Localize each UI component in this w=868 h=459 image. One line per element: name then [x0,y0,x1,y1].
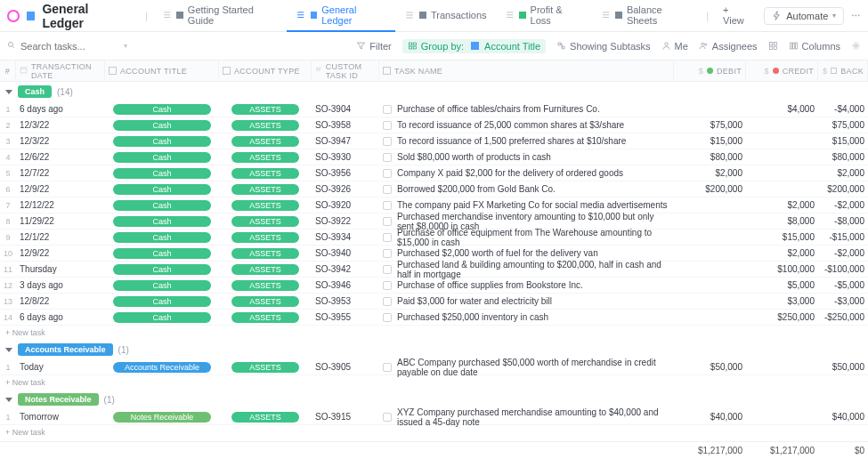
cell-credit: $2,000 [746,197,818,213]
table-row[interactable]: 13 12/8/22 Cash ASSETS SO-3953 Paid $3,0… [0,294,868,310]
table-row[interactable]: 1 6 days ago Cash ASSETS SO-3904 Purchas… [0,101,868,117]
add-view-button[interactable]: + View [714,0,760,32]
cell-back: $75,000 [818,117,868,133]
field-icon [109,67,117,75]
new-task-button[interactable]: + New task [0,326,868,340]
svg-point-18 [8,42,12,46]
cell-task-name: The company paid FX Marketing Co for soc… [379,197,674,213]
app-logo-icon[interactable] [7,10,20,22]
col-credit[interactable]: $CREDIT [746,60,818,81]
cell-debit: $75,000 [674,117,746,133]
group-by-button[interactable]: Group by: Account Title [402,39,546,53]
table-row[interactable]: 14 6 days ago Cash ASSETS SO-3955 Purcha… [0,310,868,326]
new-task-button[interactable]: + New task [0,375,868,390]
col-custom-task-id[interactable]: CUSTOM TASK ID [312,60,379,81]
chevron-down-icon[interactable]: ▾ [124,42,127,50]
cell-debit [674,278,746,293]
grid-icon[interactable] [768,41,778,51]
tab-balance-sheets[interactable]: Balance Sheets [592,0,701,32]
cell-custom-id: SO-3904 [312,101,379,117]
cell-debit [674,262,746,277]
chevron-down-icon: ▾ [832,12,836,20]
more-icon[interactable] [851,11,861,20]
cell-account-title: Cash [105,213,219,229]
col-num[interactable]: # [0,60,16,81]
cell-debit: $50,000 [674,359,746,374]
cell-back: -$3,000 [818,294,868,309]
row-number: 4 [0,149,16,165]
table-row[interactable]: 4 12/6/22 Cash ASSETS SO-3930 Sold $80,0… [0,149,868,165]
col-debit[interactable]: $DEBIT [674,60,746,81]
group-color-icon [471,42,479,50]
cell-credit: $15,000 [746,230,818,245]
cell-account-title: Cash [105,149,219,165]
cell-debit [674,230,746,245]
view-tabs: Getting Started GuideGeneral LedgerTrans… [153,0,701,32]
field-icon [223,67,231,75]
settings-icon[interactable] [851,41,861,51]
task-icon [383,105,392,114]
group-header[interactable]: Cash(14) [0,82,868,101]
table-row[interactable]: 1 Today Accounts Receivable ASSETS SO-39… [0,359,868,375]
caret-down-icon[interactable] [5,398,12,402]
col-task-name[interactable]: TASK NAME [379,60,674,81]
group-count: (1) [104,395,115,405]
subtasks-button[interactable]: Showing Subtasks [556,41,651,52]
table-row[interactable]: 12 3 days ago Cash ASSETS SO-3946 Purcha… [0,278,868,294]
tab-general-ledger[interactable]: General Ledger [287,0,395,32]
table-row[interactable]: 5 12/7/22 Cash ASSETS SO-3956 Company X … [0,165,868,181]
svg-rect-27 [769,42,772,44]
task-icon [383,233,392,242]
cell-date: 12/9/22 [16,246,105,261]
task-icon [383,313,392,322]
columns-button[interactable]: Columns [789,41,840,52]
cell-task-name: ABC Company purchased $50,000 worth of m… [379,359,674,374]
cell-debit: $80,000 [674,149,746,165]
cell-account-type: ASSETS [219,230,312,245]
page-title: General Ledger [42,2,131,30]
me-button[interactable]: Me [661,41,688,52]
tab-transactions[interactable]: Transactions [395,0,496,32]
search-input[interactable] [20,41,118,52]
caret-down-icon[interactable] [5,348,12,352]
table-row[interactable]: 1 Tomorrow Notes Receivable ASSETS SO-39… [0,409,868,425]
table-row[interactable]: 6 12/9/22 Cash ASSETS SO-3926 Borrowed $… [0,181,868,197]
table-row[interactable]: 2 12/3/22 Cash ASSETS SO-3958 To record … [0,117,868,133]
col-account-title[interactable]: ACCOUNT TITLE [105,60,219,81]
hash-icon [315,66,322,76]
cell-back: -$15,000 [818,230,868,245]
list-icon [601,10,611,20]
cell-custom-id: SO-3934 [312,230,379,245]
group-pill: Notes Receivable [18,393,99,406]
cell-account-title: Notes Receivable [105,409,219,424]
col-account-type[interactable]: ACCOUNT TYPE [219,60,312,81]
col-back[interactable]: $BACK [818,60,868,81]
cell-task-name: Sold $80,000 worth of products in cash [379,149,674,165]
cell-debit [674,101,746,117]
cell-account-type: ASSETS [219,310,312,325]
new-task-button[interactable]: + New task [0,425,868,439]
automate-button[interactable]: Automate ▾ [764,7,844,25]
svg-rect-21 [413,43,416,45]
cell-account-title: Cash [105,165,219,181]
row-number: 12 [0,278,16,293]
table-row[interactable]: 11 Thursday Cash ASSETS SO-3942 Purchase… [0,262,868,278]
tab-getting-started-guide[interactable]: Getting Started Guide [153,0,287,32]
cell-custom-id: SO-3922 [312,213,379,229]
table-row[interactable]: 9 12/1/22 Cash ASSETS SO-3934 Purchase o… [0,230,868,246]
assignees-button[interactable]: Assignees [699,41,758,52]
footer-credit: $1,217,000 [746,446,818,455]
caret-down-icon[interactable] [5,90,12,94]
tab-profit-loss[interactable]: Profit & Loss [496,0,592,32]
cell-credit: $8,000 [746,213,818,229]
cell-task-name: To record issuance of 25,000 common shar… [379,117,674,133]
svg-rect-23 [413,46,416,49]
toolbar: ▾ Filter Group by: Account Title Showing… [0,32,868,60]
task-icon [383,185,392,194]
table-row[interactable]: 3 12/3/22 Cash ASSETS SO-3947 To record … [0,133,868,149]
cell-debit [674,294,746,309]
filter-button[interactable]: Filter [356,41,391,52]
svg-rect-22 [409,46,411,49]
col-transaction-date[interactable]: TRANSACTION DATE [16,60,105,81]
tab-color-icon [419,12,426,19]
